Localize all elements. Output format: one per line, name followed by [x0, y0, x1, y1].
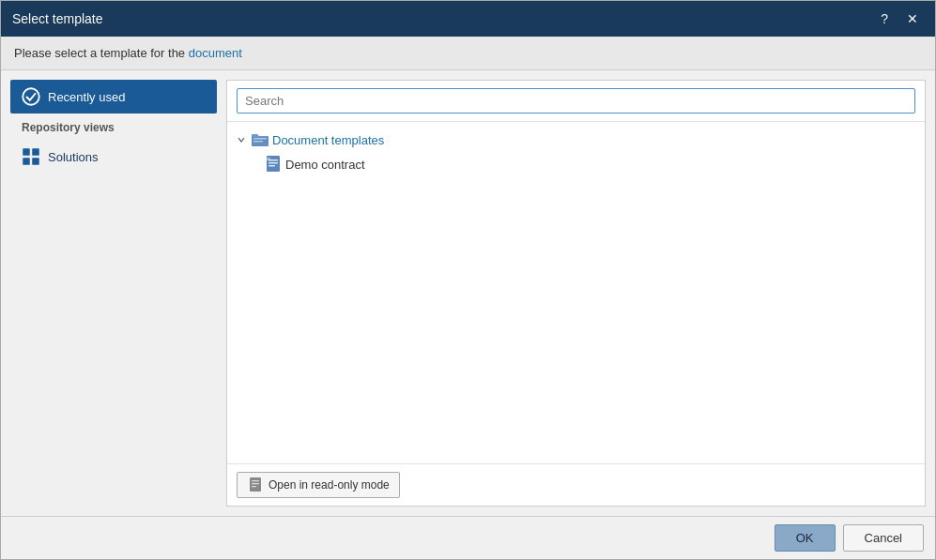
sidebar: Recently used Repository views Solutions — [10, 80, 217, 507]
search-bar — [227, 81, 925, 122]
doc-icon — [265, 156, 282, 173]
svg-rect-15 — [252, 483, 259, 484]
ok-button[interactable]: OK — [775, 524, 836, 552]
check-circle-icon — [22, 87, 40, 106]
title-bar: Select template ? ✕ — [1, 1, 935, 37]
sidebar-item-recently-used[interactable]: Recently used — [10, 80, 217, 114]
cancel-button[interactable]: Cancel — [843, 524, 924, 552]
title-bar-actions: ? ✕ — [875, 9, 924, 28]
document-link[interactable]: document — [189, 46, 242, 60]
folder-icon — [252, 131, 269, 148]
recently-used-label: Recently used — [48, 90, 125, 104]
solutions-label: Solutions — [48, 150, 98, 164]
readonly-icon — [247, 477, 264, 493]
svg-rect-4 — [32, 158, 39, 165]
svg-rect-12 — [267, 158, 270, 160]
bottom-bar: Open in read-only mode — [227, 463, 925, 506]
subtitle-text: Please select a template for the documen… — [14, 46, 242, 60]
sidebar-item-solutions[interactable]: Solutions — [10, 140, 217, 174]
dialog-title: Select template — [12, 11, 103, 26]
tree-root-label: Document templates — [272, 133, 384, 147]
main-panel: Document templates Demo contract — [226, 80, 926, 507]
svg-rect-1 — [23, 148, 30, 156]
svg-rect-3 — [23, 158, 30, 165]
svg-rect-2 — [32, 148, 39, 156]
close-button[interactable]: ✕ — [901, 9, 924, 28]
svg-rect-11 — [269, 165, 275, 167]
svg-rect-13 — [250, 477, 261, 492]
open-readonly-button[interactable]: Open in read-only mode — [237, 472, 400, 498]
content-area: Recently used Repository views Solutions — [1, 70, 935, 516]
select-template-dialog: Select template ? ✕ Please select a temp… — [0, 0, 936, 560]
tree-area: Document templates Demo contract — [227, 122, 925, 463]
subtitle-bar: Please select a template for the documen… — [1, 37, 935, 70]
svg-rect-16 — [252, 486, 256, 487]
expand-icon — [235, 133, 248, 146]
svg-rect-10 — [269, 162, 278, 164]
tree-item-demo-contract[interactable]: Demo contract — [227, 152, 925, 176]
svg-point-0 — [23, 88, 39, 105]
svg-rect-14 — [252, 480, 259, 481]
tree-child-label: Demo contract — [285, 158, 365, 172]
tree-item-root[interactable]: Document templates — [227, 128, 925, 152]
footer: OK Cancel — [1, 516, 935, 559]
svg-rect-7 — [253, 141, 263, 143]
section-header: Repository views — [10, 115, 217, 138]
title-bar-left: Select template — [12, 11, 103, 26]
search-input[interactable] — [237, 88, 915, 114]
help-button[interactable]: ? — [875, 9, 894, 28]
grid-icon — [22, 147, 40, 166]
open-readonly-label: Open in read-only mode — [269, 478, 390, 492]
svg-rect-6 — [253, 138, 267, 140]
